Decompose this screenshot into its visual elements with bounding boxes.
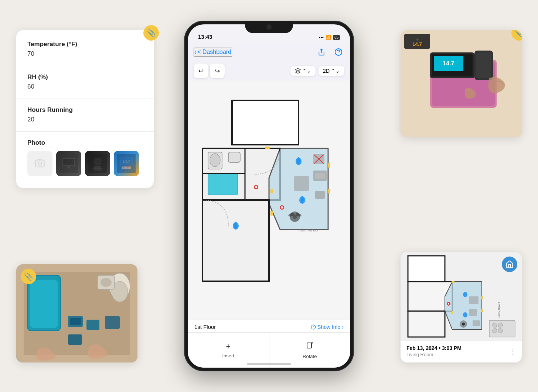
photo-thumb-1[interactable] [56,151,81,176]
show-info-label: Show Info [317,324,340,330]
home-indicator [247,363,291,365]
front-camera [266,24,272,30]
svg-rect-25 [30,280,58,328]
view-mode-button[interactable]: 2D ⌃⌄ [319,66,344,76]
card-room: Living Room [406,352,462,357]
photo-thumb-3[interactable]: 14.7 EXTECH [114,151,139,176]
left-info-card: 📎 Temperature (°F) 70 RH (%) 60 Hours Ru… [16,30,154,188]
insert-button[interactable]: + Insert [188,332,269,368]
nav-bar: ‹ < Dashboard [188,43,350,61]
svg-point-47 [281,206,283,209]
layers-button[interactable]: ⌃⌄ [290,66,316,76]
floor-info: 1st Floor Show Info › [188,320,350,332]
svg-rect-100 [452,281,454,283]
svg-rect-82 [408,256,445,282]
rotate-button[interactable]: Rotate [269,332,351,368]
photo-label: Photo [27,139,143,147]
share-button[interactable] [316,46,327,58]
photo-thumb-2[interactable] [85,151,110,176]
svg-text:Auto-Area Tool: Auto-Area Tool [299,229,318,232]
svg-point-45 [255,186,257,188]
redo-button[interactable]: ↪ [210,63,225,78]
svg-rect-29 [68,334,82,345]
svg-rect-48 [265,147,270,149]
signal-icon: ▪▪▪ [319,35,324,40]
temperature-label: Temperature (°F) [27,41,143,48]
floor-name: 1st Floor [194,324,216,330]
svg-point-99 [448,303,449,305]
bottom-bar: 1st Floor Show Info › + Insert [188,320,350,368]
bottom-right-card: Living Room Feb 13, 2024 • 3:03 PM Livin… [401,252,522,362]
card-footer-info: Feb 13, 2024 • 3:03 PM Living Room [406,345,462,357]
rh-value: 60 [27,83,143,90]
hours-running-value: 20 [27,116,143,123]
divider-2 [16,99,154,99]
svg-rect-68 [307,343,311,348]
svg-point-38 [210,154,220,167]
svg-rect-30 [105,316,120,329]
svg-point-92 [493,323,497,327]
insert-icon: + [226,342,231,351]
svg-rect-77 [476,52,491,78]
phone-screen: 13:43 ▪▪▪ 📶 65 ‹ < Dashboard [188,24,350,368]
phone-body: 13:43 ▪▪▪ 📶 65 ‹ < Dashboard [184,21,354,371]
svg-point-95 [498,329,503,333]
svg-rect-88 [469,296,479,304]
rh-field: RH (%) 60 [27,73,143,90]
svg-text:EXTECH: EXTECH [122,167,131,169]
svg-rect-91 [489,320,515,337]
floor-plan-svg: Auto-Area Tool [188,80,350,320]
svg-rect-56 [315,191,325,199]
top-right-photo: 📎 14.7 °F 14.7 [401,30,522,137]
back-label: < Dashboard [197,49,231,55]
svg-rect-55 [294,176,309,191]
nav-icons [316,46,344,58]
svg-rect-0 [35,160,44,167]
svg-rect-4 [63,159,74,165]
battery-icon: 65 [333,35,340,40]
svg-text:°F: °F [416,38,419,41]
chevron-left-icon: ‹ [194,48,197,56]
more-dots-icon: ⋮ [508,347,516,356]
wifi-icon: 📶 [326,35,331,40]
svg-point-97 [462,323,465,326]
card-footer: Feb 13, 2024 • 3:03 PM Living Room ⋮ [401,341,522,362]
bottom-left-photo: 📎 [16,264,137,362]
rotate-label: Rotate [303,354,317,359]
svg-rect-101 [481,296,483,299]
svg-rect-90 [473,320,480,326]
svg-text:14.7: 14.7 [123,159,130,164]
svg-rect-102 [481,309,483,312]
insert-label: Insert [222,353,234,358]
svg-point-87 [463,312,467,317]
rh-label: RH (%) [27,73,143,81]
svg-point-8 [94,158,101,165]
svg-rect-54 [315,173,325,179]
photo-thumb-empty[interactable] [27,151,52,176]
floor-plan-area[interactable]: Auto-Area Tool [188,80,350,320]
bottom-actions: + Insert Rotate [188,332,350,368]
svg-text:14.7: 14.7 [412,41,422,47]
svg-rect-51 [270,189,273,193]
svg-rect-33 [232,100,299,145]
svg-rect-27 [70,318,81,325]
svg-rect-85 [408,311,445,337]
scanner-svg: 14.7 °F 14.7 [401,30,522,137]
show-info-button[interactable]: Show Info › [311,324,344,330]
svg-text:14.7: 14.7 [443,60,454,66]
card-more-button[interactable]: ⋮ [508,347,516,356]
svg-point-94 [493,329,497,333]
clip-badge-left: 📎 [143,25,159,41]
help-button[interactable] [333,46,344,58]
svg-rect-36 [202,200,269,281]
undo-button[interactable]: ↩ [194,63,208,78]
svg-point-93 [498,323,503,327]
svg-rect-49 [328,163,330,168]
rotate-icon [305,341,314,352]
divider-1 [16,66,154,66]
photo-section: Photo [27,139,143,176]
toolbar-right: ⌃⌄ 2D ⌃⌄ [290,66,344,76]
status-time: 13:43 [198,34,212,40]
back-button[interactable]: ‹ < Dashboard [194,48,232,57]
svg-rect-39 [228,152,240,162]
